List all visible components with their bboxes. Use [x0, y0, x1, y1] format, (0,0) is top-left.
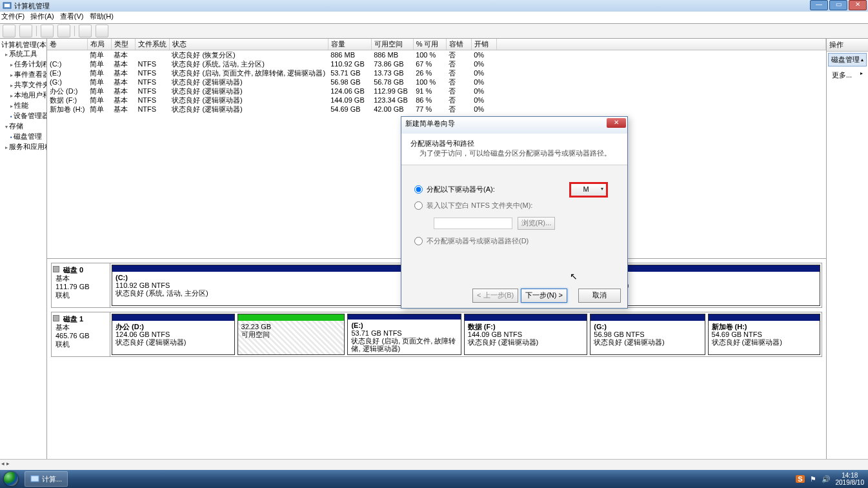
nav-event-viewer[interactable]: ▸事件查看器: [1, 70, 46, 80]
partition[interactable]: 办公 (D:)124.06 GB NTFS状态良好 (逻辑驱动器): [112, 314, 235, 355]
column-header[interactable]: 状态: [169, 39, 328, 50]
partition[interactable]: 32.23 GB可用空间: [237, 314, 345, 355]
volume-row[interactable]: (C:)简单基本NTFS状态良好 (系统, 活动, 主分区)110.92 GB7…: [47, 59, 826, 68]
menu-help[interactable]: 帮助(H): [90, 12, 114, 20]
dialog-body: 分配以下驱动器号(A): M▾ 装入以下空白 NTFS 文件夹中(M): 浏览(…: [401, 165, 627, 285]
app-icon: [30, 474, 39, 483]
toolbar-btn-1[interactable]: [41, 25, 54, 37]
partition[interactable]: 数据 (F:)144.09 GB NTFS状态良好 (逻辑驱动器): [464, 314, 588, 355]
disk-icon: [53, 315, 59, 321]
next-button[interactable]: 下一步(N) >: [521, 289, 567, 303]
system-tray[interactable]: S ⚑ 🔊 14:18 2019/8/10: [796, 472, 868, 486]
new-volume-wizard-dialog: 新建简单卷向导 ✕ 分配驱动器号和路径 为了便于访问，可以给磁盘分区分配驱动器号…: [401, 116, 628, 309]
partition-bar: [348, 314, 460, 320]
column-header[interactable]: 开销: [471, 39, 496, 50]
taskbar-app-button[interactable]: 计算...: [25, 471, 68, 487]
nav-local-users[interactable]: ▸本地用户和: [1, 90, 46, 101]
nav-device-manager[interactable]: ▪设备管理器: [1, 111, 46, 121]
windows-orb-icon: [4, 472, 18, 486]
actions-header: 操作: [827, 39, 868, 52]
disk-icon: [53, 266, 59, 272]
nav-performance[interactable]: ▸性能: [1, 101, 46, 111]
disk-0-header: 磁盘 0 基本 111.79 GB 联机: [52, 263, 110, 307]
forward-button[interactable]: [19, 25, 32, 37]
app-icon: [3, 1, 12, 10]
actions-pane: 操作 磁盘管理▴ 更多...▸: [826, 39, 868, 471]
nav-disk-management[interactable]: ▪磁盘管理: [1, 132, 46, 142]
actions-selected-item[interactable]: 磁盘管理▴: [828, 53, 867, 66]
drive-letter-select[interactable]: M▾: [569, 182, 608, 198]
column-header[interactable]: % 可用: [413, 39, 446, 50]
nav-system-tools[interactable]: ▸系统工具: [1, 49, 46, 59]
partition-bar: [465, 314, 587, 321]
nav-storage[interactable]: ▾存储: [1, 121, 46, 132]
tray-clock[interactable]: 14:18 2019/8/10: [836, 472, 865, 486]
status-bar: ◂ ▸: [0, 459, 868, 470]
partition-bar: [112, 314, 234, 321]
column-header[interactable]: 文件系统: [135, 39, 169, 50]
actions-more[interactable]: 更多...▸: [827, 68, 868, 83]
partition-bar: [709, 314, 820, 321]
volume-row[interactable]: (E:)简单基本NTFS状态良好 (启动, 页面文件, 故障转储, 逻辑驱动器)…: [47, 68, 826, 77]
nav-tree[interactable]: 计算机管理(本 ▸系统工具 ▸任务计划程 ▸事件查看器 ▸共享文件夹 ▸本地用户…: [0, 39, 47, 471]
content-area: 卷布局类型文件系统状态容量可用空间% 可用容错开销 简单基本状态良好 (恢复分区…: [47, 39, 826, 471]
disk-1-header: 磁盘 1 基本 465.76 GB 联机: [52, 312, 110, 356]
column-header[interactable]: 可用空间: [371, 39, 413, 50]
volume-row[interactable]: 新加卷 (H:)简单基本NTFS状态良好 (逻辑驱动器)54.69 GB42.0…: [47, 105, 826, 114]
toolbar-btn-3[interactable]: [79, 25, 92, 37]
assign-drive-letter-radio[interactable]: [414, 185, 423, 194]
partition[interactable]: (G:)56.98 GB NTFS状态良好 (逻辑驱动器): [590, 314, 705, 355]
toolbar-btn-2[interactable]: [57, 25, 70, 37]
tray-sogou-icon[interactable]: S: [796, 475, 804, 483]
toolbar: [0, 24, 868, 39]
menu-action[interactable]: 操作(A): [30, 12, 54, 20]
mount-folder-radio[interactable]: [414, 201, 423, 210]
minimize-button[interactable]: —: [810, 0, 828, 10]
window-title: 计算机管理: [14, 1, 50, 11]
column-header[interactable]: 容错: [446, 39, 471, 50]
tray-flag-icon[interactable]: ⚑: [810, 475, 816, 483]
dialog-header: 分配驱动器号和路径 为了便于访问，可以给磁盘分区分配驱动器号或驱动器路径。: [401, 134, 627, 165]
nav-shared-folders[interactable]: ▸共享文件夹: [1, 80, 46, 90]
column-header[interactable]: 布局: [87, 39, 111, 50]
start-button[interactable]: [0, 470, 22, 488]
nav-services[interactable]: ▸服务和应用程: [1, 142, 46, 152]
taskbar[interactable]: 计算... S ⚑ 🔊 14:18 2019/8/10: [0, 470, 868, 488]
menubar: 文件(F) 操作(A) 查看(V) 帮助(H): [0, 12, 868, 24]
no-assign-label: 不分配驱动器号或驱动器路径(D): [427, 236, 529, 246]
partition-bar: [590, 314, 704, 321]
disk-1[interactable]: 磁盘 1 基本 465.76 GB 联机 办公 (D:)124.06 GB NT…: [51, 312, 822, 357]
partition[interactable]: (E:)53.71 GB NTFS状态良好 (启动, 页面文件, 故障转储, 逻…: [347, 314, 461, 355]
no-assign-radio[interactable]: [414, 237, 423, 245]
assign-drive-letter-label: 分配以下驱动器号(A):: [427, 185, 495, 194]
nav-root[interactable]: 计算机管理(本: [1, 40, 46, 49]
tray-volume-icon[interactable]: 🔊: [822, 475, 831, 483]
column-header[interactable]: 类型: [111, 39, 135, 50]
mount-path-input[interactable]: [434, 218, 512, 229]
back-button[interactable]: [3, 25, 15, 37]
toolbar-btn-4[interactable]: [96, 25, 108, 37]
volume-row[interactable]: 办公 (D:)简单基本NTFS状态良好 (逻辑驱动器)124.06 GB112.…: [47, 86, 826, 96]
maximize-button[interactable]: ▭: [829, 0, 847, 10]
menu-view[interactable]: 查看(V): [60, 12, 84, 20]
dialog-footer: < 上一步(B)下一步(N) > 取消: [401, 285, 627, 308]
window-titlebar: 计算机管理 — ▭ ✕: [0, 0, 868, 12]
nav-task-scheduler[interactable]: ▸任务计划程: [1, 59, 46, 70]
browse-button[interactable]: 浏览(R)...: [518, 217, 555, 230]
volume-row[interactable]: 简单基本状态良好 (恢复分区)886 MB886 MB100 %否0%: [47, 50, 826, 60]
close-button[interactable]: ✕: [849, 0, 867, 10]
back-button[interactable]: < 上一步(B): [472, 289, 518, 303]
dialog-titlebar[interactable]: 新建简单卷向导 ✕: [401, 117, 627, 134]
column-header[interactable]: 卷: [47, 39, 87, 50]
mount-folder-label: 装入以下空白 NTFS 文件夹中(M):: [427, 201, 532, 210]
volume-row[interactable]: (G:)简单基本NTFS状态良好 (逻辑驱动器)56.98 GB56.78 GB…: [47, 77, 826, 86]
cancel-button[interactable]: 取消: [578, 289, 621, 303]
partition[interactable]: 新加卷 (H:)54.69 GB NTFS状态良好 (逻辑驱动器): [708, 314, 820, 355]
dialog-title: 新建简单卷向导: [405, 119, 455, 127]
menu-file[interactable]: 文件(F): [1, 12, 25, 20]
svg-rect-2: [31, 476, 39, 482]
volume-row[interactable]: 数据 (F:)简单基本NTFS状态良好 (逻辑驱动器)144.09 GB123.…: [47, 96, 826, 105]
dialog-close-button[interactable]: ✕: [607, 118, 626, 128]
svg-rect-1: [5, 4, 10, 7]
column-header[interactable]: 容量: [328, 39, 371, 50]
